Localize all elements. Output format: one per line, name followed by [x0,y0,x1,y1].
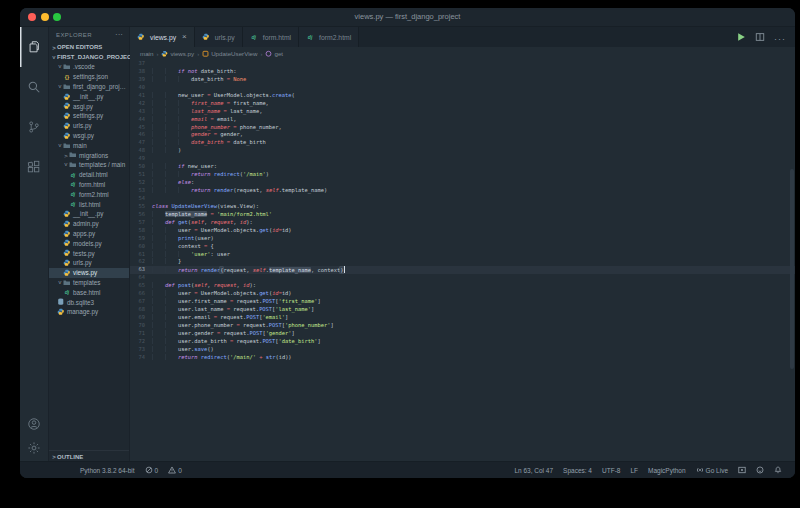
activity-extensions-icon[interactable] [20,147,48,187]
file-form2-html[interactable]: djform2.html [49,189,129,199]
code-line-53: 53 return render(request, self.template_… [130,187,795,195]
folder-templates-main[interactable]: >templates / main [49,160,129,170]
status-encoding[interactable]: UTF-8 [597,467,625,474]
status-screencast[interactable] [733,466,751,474]
file-apps-py[interactable]: apps.py [49,229,129,239]
file-models-py[interactable]: models.py [49,238,129,248]
django-file-icon: dj [69,171,77,179]
activity-explorer-icon[interactable] [20,27,48,67]
tab-form-html[interactable]: djform.html [243,27,299,47]
tab-views-py[interactable]: views.py× [130,27,195,47]
folder--vscode[interactable]: >.vscode [49,62,129,72]
breadcrumb-get[interactable]: get [265,50,283,57]
tab-form2-html[interactable]: djform2.html [299,27,359,47]
line-number: 44 [130,116,152,124]
code-line-50: 50 if new_user: [130,163,795,171]
code-line-46: 46 gender = gender, [130,131,795,139]
status-feedback[interactable] [751,466,769,474]
status-eol[interactable]: LF [625,467,643,474]
python-file-icon [63,229,71,237]
django-file-icon: dj [250,33,258,41]
chevron-icon: > [57,83,64,89]
editor-scrollbar[interactable] [790,169,794,369]
status-indentation[interactable]: Spaces: 4 [558,467,597,474]
line-number: 66 [130,290,152,298]
activity-bar [20,27,49,462]
line-number: 71 [130,330,152,338]
more-actions-button[interactable]: ··· [774,28,786,46]
tree-item-label: urls.py [73,122,92,129]
python-file-icon [137,33,145,41]
close-tab-icon[interactable]: × [182,33,187,41]
activity-search-icon[interactable] [20,67,48,107]
folder-file-icon [63,82,71,90]
split-editor-button[interactable] [755,32,765,42]
status-go-live[interactable]: Go Live [691,466,733,474]
file-base-html[interactable]: djbase.html [49,287,129,297]
code-editor[interactable]: 3738 if not date_birth:39 date_birth = N… [130,60,795,462]
code-line-64: 64 [130,274,795,282]
status-warnings[interactable]: 0 [163,466,187,474]
folder-first-django-proj-[interactable]: >first_django_proj… [49,82,129,92]
status-cursor-position[interactable]: Ln 63, Col 47 [509,467,558,474]
file-db-sqlite3[interactable]: db.sqlite3 [49,297,129,307]
status-notifications[interactable] [769,466,787,474]
settings-icon[interactable] [20,436,48,460]
line-number: 39 [130,76,152,84]
code-line-70: 70 user.phone_number = request.POST['pho… [130,322,795,330]
minimize-window-button[interactable] [41,13,49,21]
folder-templates[interactable]: >templates [49,278,129,288]
file-asgi-py[interactable]: asgi.py [49,101,129,111]
status-language-mode[interactable]: MagicPython [643,467,691,474]
code-line-57: 57 def get(self, request, id): [130,219,795,227]
file-tests-py[interactable]: tests.py [49,248,129,258]
file-list-html[interactable]: djlist.html [49,199,129,209]
file-settings-py[interactable]: settings.py [49,111,129,121]
python-file-icon [63,269,71,277]
tree-item-label: templates [73,279,100,286]
django-file-icon: dj [69,190,77,198]
breadcrumb-views-py[interactable]: views.py [161,50,194,57]
breadcrumb-updateuserview[interactable]: UpdateUserView [202,50,257,57]
file--init-py[interactable]: __init__.py [49,209,129,219]
line-number: 46 [130,131,152,139]
code-line-45: 45 phone_number = phone_number, [130,124,795,132]
python-file-icon [63,122,71,130]
zoom-window-button[interactable] [53,13,61,21]
file-settings-json[interactable]: {}settings.json [49,72,129,82]
file-urls-py[interactable]: urls.py [49,121,129,131]
open-editors-section[interactable]: > OPEN EDITORS [49,42,129,52]
folder-migrations[interactable]: >migrations [49,150,129,160]
line-number: 51 [130,171,152,179]
line-number: 73 [130,346,152,354]
breadcrumb-main[interactable]: main [140,50,153,57]
breadcrumb-separator: › [260,51,262,57]
account-icon[interactable] [20,412,48,436]
status-errors[interactable]: 0 [140,466,164,474]
file-views-py[interactable]: views.py [49,268,129,278]
file-form-html[interactable]: djform.html [49,180,129,190]
close-window-button[interactable] [28,13,36,21]
file--init-py[interactable]: __init__.py [49,91,129,101]
code-line-38: 38 if not date_birth: [130,68,795,76]
tab-urls-py[interactable]: urls.py [195,27,243,47]
sidebar-more-actions-icon[interactable]: ··· [115,30,123,39]
file-wsgi-py[interactable]: wsgi.py [49,131,129,141]
line-number: 47 [130,139,152,147]
file-urls-py[interactable]: urls.py [49,258,129,268]
breadcrumb[interactable]: main›views.py›UpdateUserView›get [130,47,795,60]
folder-main[interactable]: >main [49,140,129,150]
line-number: 57 [130,219,152,227]
titlebar[interactable]: views.py — first_django_project [20,8,795,27]
project-root-section[interactable]: > FIRST_DJANGO_PROJECT [49,52,129,62]
activity-source-control-icon[interactable] [20,107,48,147]
tree-item-label: views.py [73,269,97,276]
file-tree: >.vscode{}settings.json>first_django_pro… [49,62,129,317]
line-number: 70 [130,322,152,330]
explorer-sidebar: EXPLORER ··· > OPEN EDITORS > FIRST_DJAN… [49,27,130,462]
file-manage-py[interactable]: manage.py [49,307,129,317]
run-button[interactable] [736,32,746,42]
file-detail-html[interactable]: djdetail.html [49,170,129,180]
file-admin-py[interactable]: admin.py [49,219,129,229]
status-python-version[interactable]: Python 3.8.2 64-bit [75,467,140,474]
